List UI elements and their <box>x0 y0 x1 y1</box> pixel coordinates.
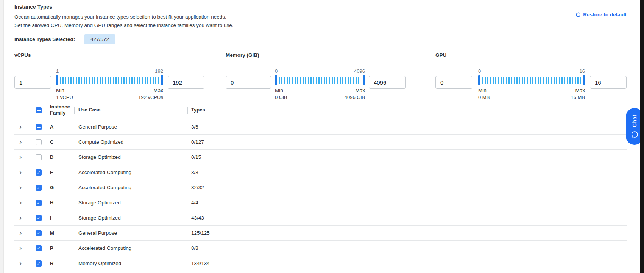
expand-chevron-icon[interactable]: › <box>19 138 22 146</box>
instance-types-panel: Instance Types Ocean automatically manag… <box>0 0 644 273</box>
description-line-1: Ocean automatically manages your instanc… <box>14 13 234 21</box>
row-checkbox[interactable] <box>36 215 42 221</box>
gpu-max-caption: 16 MB <box>571 94 585 100</box>
vcpus-slider-handle-max[interactable] <box>161 75 163 85</box>
gpu-captions: 0 MB 16 MB <box>478 94 585 100</box>
memory-max-label: Max <box>355 88 365 93</box>
column-separator <box>45 107 45 114</box>
table-row[interactable]: › A General Purpose 3/6 <box>14 119 627 135</box>
instance-family-cell: C <box>50 139 53 145</box>
instance-family-cell: P <box>50 245 53 251</box>
vcpus-max-input[interactable] <box>168 76 204 89</box>
expand-chevron-icon[interactable]: › <box>19 123 22 130</box>
instance-family-cell: A <box>50 124 53 130</box>
row-checkbox[interactable] <box>36 139 42 145</box>
range-sliders: vCPUs 1 192 Min Max <box>0 52 644 102</box>
row-checkbox[interactable] <box>36 169 42 176</box>
expand-chevron-icon[interactable]: › <box>19 214 22 221</box>
table-row[interactable]: › P Accelerated Computing 8/8 <box>14 241 627 256</box>
use-case-cell: Accelerated Computing <box>78 169 131 175</box>
gpu-min-input[interactable] <box>435 76 472 89</box>
gpu-range-labels: 0 16 <box>478 68 585 74</box>
vcpus-minmax-labels: Min Max <box>56 88 163 93</box>
vcpus-slider-track[interactable] <box>56 75 163 85</box>
vcpus-range-min: 1 <box>56 68 59 74</box>
memory-slider-ticks <box>279 77 361 84</box>
expand-chevron-icon[interactable]: › <box>19 244 22 252</box>
table-row[interactable]: › H Storage Optimized 4/4 <box>14 195 627 210</box>
vcpus-min-input[interactable] <box>14 76 51 89</box>
memory-slider-track[interactable] <box>275 75 365 85</box>
instance-family-cell: G <box>50 185 54 190</box>
restore-to-default-label: Restore to default <box>583 12 627 17</box>
table-body: › A General Purpose 3/6 › C Compute Opti… <box>14 119 627 271</box>
header-divider <box>14 30 627 30</box>
types-cell: 4/4 <box>191 200 198 206</box>
row-checkbox[interactable] <box>36 124 42 130</box>
expand-chevron-icon[interactable]: › <box>19 184 22 191</box>
row-checkbox[interactable] <box>36 245 42 251</box>
refresh-icon <box>575 12 581 17</box>
select-all-checkbox[interactable] <box>36 107 42 113</box>
row-checkbox[interactable] <box>36 200 42 206</box>
instance-family-table: Instance Family Use Case Types › A Gener… <box>14 102 627 271</box>
table-row[interactable]: › R Memory Optimized 134/134 <box>14 256 627 271</box>
use-case-cell: Storage Optimized <box>78 154 121 160</box>
page-title: Instance Types <box>14 4 52 10</box>
memory-range-max: 4096 <box>354 68 365 74</box>
table-row[interactable]: › D Storage Optimized 0/15 <box>14 150 627 165</box>
expand-chevron-icon[interactable]: › <box>19 168 22 176</box>
row-checkbox[interactable] <box>36 260 42 267</box>
chat-bubble-icon <box>631 130 639 138</box>
instance-family-cell: I <box>50 215 51 221</box>
table-row[interactable]: › I Storage Optimized 43/43 <box>14 210 627 226</box>
gpu-slider-handle-min[interactable] <box>478 75 480 85</box>
gpu-max-input[interactable] <box>590 76 627 89</box>
memory-slider-handle-min[interactable] <box>275 75 277 85</box>
instance-family-cell: D <box>50 154 53 160</box>
memory-min-input[interactable] <box>226 76 271 89</box>
types-cell: 32/32 <box>191 185 204 190</box>
row-checkbox[interactable] <box>36 154 42 160</box>
expand-chevron-icon[interactable]: › <box>19 153 22 161</box>
table-row[interactable]: › M General Purpose 125/125 <box>14 226 627 241</box>
gpu-min-caption: 0 MB <box>478 94 490 100</box>
vcpus-max-caption: 192 vCPUs <box>138 94 163 100</box>
vcpus-min-caption: 1 vCPU <box>56 94 73 100</box>
types-cell: 134/134 <box>191 260 210 266</box>
types-cell: 3/3 <box>191 169 198 175</box>
gpu-slider-track[interactable] <box>478 75 585 85</box>
use-case-cell: Storage Optimized <box>78 215 121 221</box>
column-header-instance-family: Instance Family <box>50 104 74 116</box>
gpu-minmax-labels: Min Max <box>478 88 585 93</box>
table-row[interactable]: › C Compute Optimized 0/127 <box>14 135 627 150</box>
table-row[interactable]: › F Accelerated Computing 3/3 <box>14 165 627 180</box>
gpu-range-min: 0 <box>478 68 481 74</box>
gpu-label: GPU <box>435 52 627 58</box>
row-checkbox[interactable] <box>36 185 42 191</box>
restore-to-default-button[interactable]: Restore to default <box>575 12 627 17</box>
column-separator <box>74 107 75 114</box>
expand-chevron-icon[interactable]: › <box>19 259 22 267</box>
use-case-cell: Storage Optimized <box>78 200 121 206</box>
expand-chevron-icon[interactable]: › <box>19 199 22 206</box>
types-cell: 8/8 <box>191 245 198 251</box>
vcpus-range-labels: 1 192 <box>56 68 163 74</box>
vcpus-section: vCPUs 1 192 Min Max <box>14 52 204 100</box>
types-cell: 43/43 <box>191 215 204 221</box>
use-case-cell: Accelerated Computing <box>78 245 131 251</box>
expand-chevron-icon[interactable]: › <box>19 229 22 237</box>
vcpus-captions: 1 vCPU 192 vCPUs <box>56 94 163 100</box>
table-header-row: Instance Family Use Case Types <box>14 102 627 119</box>
memory-slider-handle-max[interactable] <box>363 75 365 85</box>
vcpus-max-label: Max <box>153 88 163 93</box>
table-row[interactable]: › G Accelerated Computing 32/32 <box>14 180 627 195</box>
gpu-slider-handle-max[interactable] <box>583 75 585 85</box>
use-case-cell: Memory Optimized <box>78 260 121 266</box>
vcpus-slider-handle-min[interactable] <box>56 75 58 85</box>
use-case-cell: General Purpose <box>78 124 117 130</box>
column-header-types: Types <box>191 107 205 113</box>
memory-max-input[interactable] <box>369 76 406 89</box>
memory-min-caption: 0 GiB <box>275 94 287 100</box>
row-checkbox[interactable] <box>36 230 42 236</box>
